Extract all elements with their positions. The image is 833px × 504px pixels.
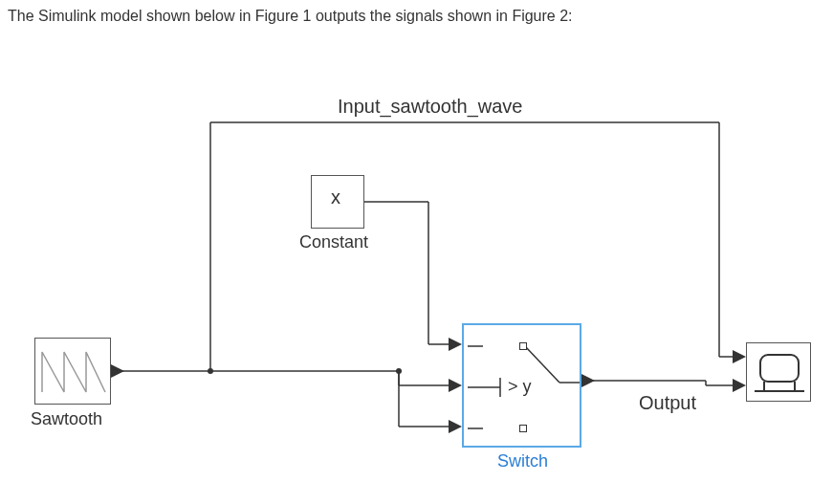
arrow-icon	[449, 338, 462, 351]
switch-port-top	[519, 342, 527, 350]
signal-label-output: Output	[639, 392, 696, 414]
page: The Simulink model shown below in Figure…	[0, 0, 833, 504]
switch-block[interactable]: > y	[462, 323, 581, 448]
scope-block[interactable]	[746, 342, 811, 402]
svg-rect-6	[760, 355, 799, 382]
scope-icon	[747, 343, 812, 403]
constant-label: Constant	[299, 232, 368, 252]
switch-condition: > y	[508, 377, 532, 397]
arrow-icon	[733, 350, 746, 363]
constant-value: x	[331, 186, 340, 208]
arrow-icon	[733, 379, 746, 392]
arrow-icon	[111, 364, 124, 378]
sawtooth-block[interactable]	[34, 338, 111, 405]
simulink-diagram: Sawtooth x Constant > y Switch	[0, 36, 833, 495]
switch-label: Switch	[497, 451, 548, 471]
signal-label-top: Input_sawtooth_wave	[338, 96, 522, 118]
junction-dot	[396, 368, 402, 374]
arrow-icon	[449, 379, 462, 392]
junction-dot	[208, 368, 213, 374]
arrow-icon	[581, 374, 595, 387]
arrow-icon	[449, 420, 462, 433]
sawtooth-icon	[39, 344, 108, 400]
intro-text: The Simulink model shown below in Figure…	[8, 8, 573, 25]
sawtooth-label: Sawtooth	[31, 409, 102, 429]
switch-port-bottom	[519, 425, 527, 432]
